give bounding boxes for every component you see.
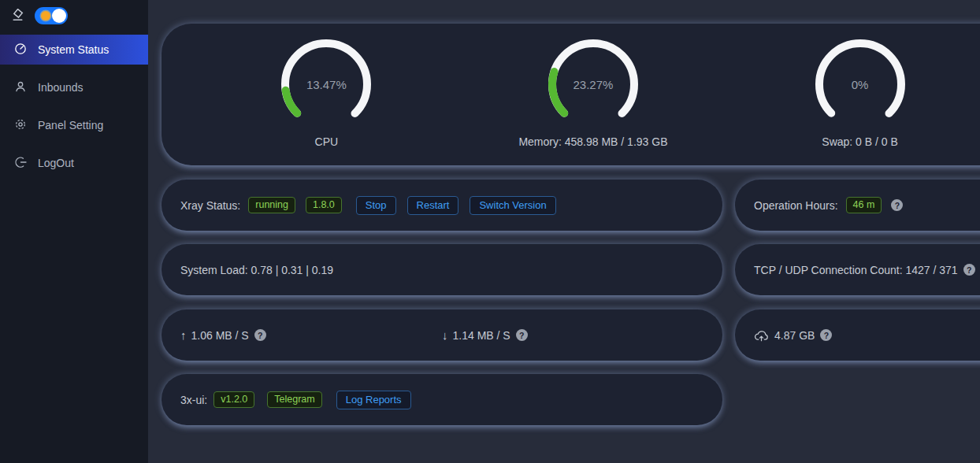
help-icon[interactable]: ? (820, 329, 832, 341)
sidebar-item-system-status[interactable]: System Status (0, 35, 148, 65)
total-usage-card: 4.87 GB ? (735, 309, 980, 361)
xray-status-label: Xray Status: (180, 199, 240, 212)
sun-icon (41, 11, 50, 20)
help-icon[interactable]: ? (254, 329, 266, 341)
dark-mode-toggle[interactable] (35, 7, 68, 24)
app-name-label: 3x-ui: (180, 394, 207, 406)
sidebar-item-logout[interactable]: LogOut (0, 148, 148, 178)
gear-icon (14, 118, 27, 133)
system-gauges-card: 13.47% CPU 23.27% Memory: 458.98 MB / 1.… (161, 24, 980, 165)
memory-label: Memory: 458.98 MB / 1.93 GB (518, 135, 667, 148)
download-speed: ↓ 1.14 MB / S ? (442, 328, 703, 342)
xray-status-card: Xray Status: running 1.8.0 Stop Restart … (161, 180, 722, 231)
app-version-badge: v1.2.0 (213, 391, 254, 408)
cpu-percent: 13.47% (279, 37, 373, 131)
switch-version-button[interactable]: Switch Version (470, 196, 555, 215)
toggle-knob (52, 9, 66, 23)
help-icon[interactable]: ? (891, 199, 903, 211)
system-load-text: System Load: 0.78 | 0.31 | 0.19 (180, 264, 333, 276)
sidebar-item-label: System Status (38, 43, 109, 56)
connections-card: TCP / UDP Connection Count: 1427 / 371 ? (735, 244, 980, 295)
upload-speed-text: 1.06 MB / S (191, 329, 249, 342)
help-icon[interactable]: ? (516, 329, 528, 341)
swap-label: Swap: 0 B / 0 B (822, 135, 898, 148)
stop-button[interactable]: Stop (356, 196, 396, 215)
user-icon (14, 80, 27, 95)
swap-percent: 0% (813, 37, 908, 131)
system-load-card: System Load: 0.78 | 0.31 | 0.19 (161, 244, 722, 295)
logout-icon (14, 156, 27, 171)
sidebar-item-label: Panel Setting (38, 119, 103, 131)
xray-running-badge: running (248, 197, 295, 213)
app-info-card: 3x-ui: v1.2.0 Telegram Log Reports (161, 374, 722, 425)
sidebar-item-inbounds[interactable]: Inbounds (0, 72, 148, 102)
theme-color-icon[interactable] (9, 8, 25, 24)
memory-percent: 23.27% (546, 37, 640, 131)
upload-speed: ↑ 1.06 MB / S ? (180, 328, 442, 342)
sidebar-item-panel-setting[interactable]: Panel Setting (0, 110, 148, 140)
restart-button[interactable]: Restart (407, 196, 459, 215)
operation-hours-card: Operation Hours: 46 m ? (735, 180, 980, 231)
sidebar: System Status Inbounds Panel Setting (0, 0, 148, 463)
memory-gauge: 23.27% Memory: 458.98 MB / 1.93 GB (460, 24, 727, 165)
operation-hours-badge: 46 m (846, 197, 882, 213)
sidebar-menu: System Status Inbounds Panel Setting (0, 35, 148, 178)
cpu-label: CPU (315, 135, 339, 148)
help-icon[interactable]: ? (963, 264, 975, 276)
log-reports-button[interactable]: Log Reports (336, 391, 411, 409)
download-arrow-icon: ↓ (442, 328, 448, 342)
operation-hours-label: Operation Hours: (754, 199, 838, 212)
xray-version-badge: 1.8.0 (306, 197, 342, 213)
sidebar-item-label: Inbounds (38, 81, 84, 94)
sidebar-header (0, 0, 148, 27)
network-speed-card: ↑ 1.06 MB / S ? ↓ 1.14 MB / S ? (161, 309, 722, 361)
dashboard-icon (14, 43, 27, 57)
swap-gauge: 0% Swap: 0 B / 0 B (726, 24, 980, 165)
sidebar-item-label: LogOut (38, 157, 74, 169)
total-usage-text: 4.87 GB (774, 329, 815, 342)
cloud-upload-icon (754, 328, 769, 342)
telegram-link[interactable]: Telegram (267, 391, 321, 408)
download-speed-text: 1.14 MB / S (453, 329, 510, 342)
upload-arrow-icon: ↑ (180, 328, 187, 342)
connections-text: TCP / UDP Connection Count: 1427 / 371 (754, 264, 958, 276)
cpu-gauge: 13.47% CPU (193, 24, 460, 165)
